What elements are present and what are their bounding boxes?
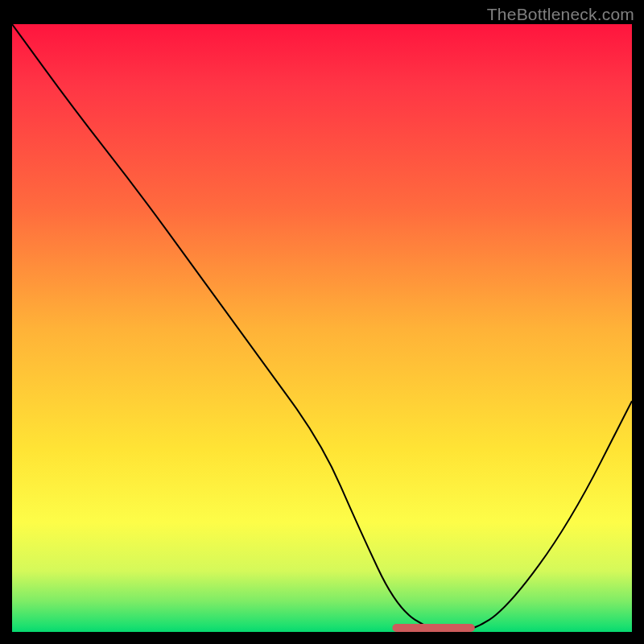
plot-area (12, 24, 632, 632)
chart-container: TheBottleneck.com (0, 0, 644, 644)
bottleneck-curve-svg (12, 24, 632, 632)
attribution-text: TheBottleneck.com (487, 5, 634, 24)
bottleneck-curve-line (12, 24, 632, 632)
